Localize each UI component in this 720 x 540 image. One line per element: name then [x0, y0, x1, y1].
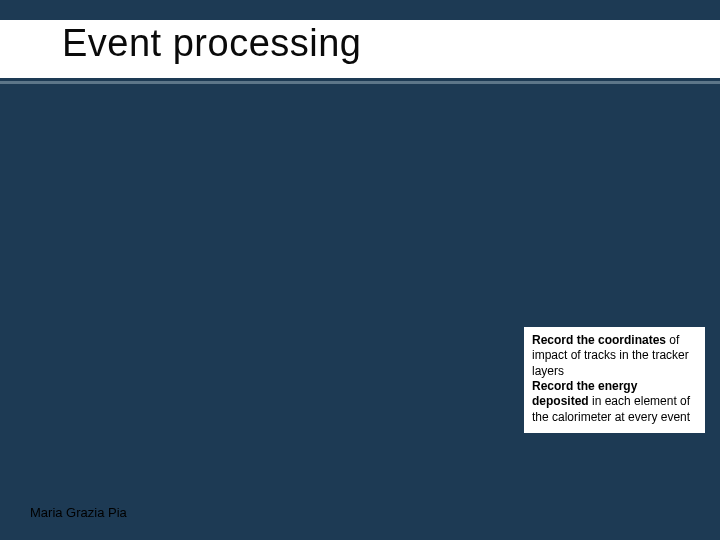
- slide-title: Event processing: [62, 22, 362, 65]
- note-box: Record the coordinates of impact of trac…: [524, 327, 705, 433]
- footer-author: Maria Grazia Pia: [30, 505, 127, 520]
- title-band: Event processing: [0, 20, 720, 78]
- title-divider: [0, 81, 720, 84]
- note-line1-bold: Record the coordinates: [532, 333, 666, 347]
- slide: Event processing Record the coordinates …: [0, 0, 720, 540]
